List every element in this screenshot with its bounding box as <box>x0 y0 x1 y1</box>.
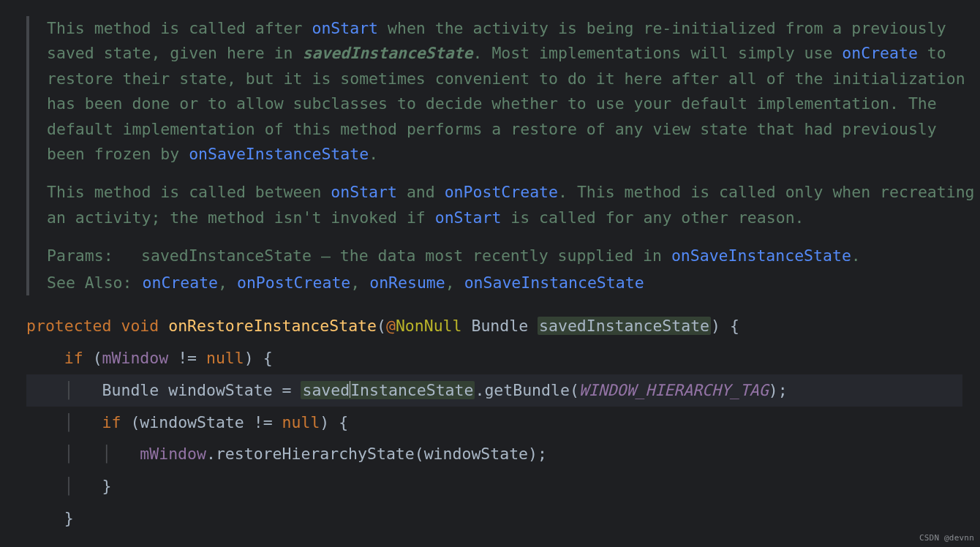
annotation-at: @ <box>386 317 396 335</box>
method-call-restorehierarchystate: .restoreHierarchyState( <box>206 445 424 463</box>
doc-text: . Most implementations will simply use <box>473 44 843 62</box>
param-highlight: savedInstanceState <box>301 381 475 399</box>
doc-text: . <box>851 246 861 265</box>
keyword-if: if <box>64 349 83 367</box>
doc-link-onsaveinstancestate[interactable]: onSaveInstanceState <box>189 145 369 163</box>
doc-text: is called for any other reason. <box>501 208 804 227</box>
param-highlight: savedInstanceState <box>538 317 711 335</box>
text-caret <box>350 381 350 398</box>
code-line: │ if (windowState != null) { <box>26 413 348 431</box>
method-call-getbundle: .getBundle( <box>475 381 578 399</box>
code-line: } <box>26 509 74 527</box>
annotation-nonnull: NonNull <box>396 317 462 335</box>
doc-link-onstart[interactable]: onStart <box>312 19 378 37</box>
javadoc-paragraph-2: This method is called between onStart an… <box>47 180 976 230</box>
watermark: CSDN @devnn <box>919 533 974 543</box>
doc-emphasis-param: savedInstanceState <box>303 44 473 62</box>
keyword-if: if <box>102 413 121 431</box>
doc-text: This method is called after <box>47 19 312 37</box>
doc-link-oncreate[interactable]: onCreate <box>143 274 219 292</box>
type-bundle: Bundle <box>102 381 159 399</box>
editor-root: This method is called after onStart when… <box>0 0 980 547</box>
doc-link-onsaveinstancestate[interactable]: onSaveInstanceState <box>671 246 851 265</box>
field-mwindow: mWindow <box>140 445 206 463</box>
doc-text: – the data most recently supplied in <box>312 246 671 265</box>
doc-text: . <box>369 145 378 163</box>
doc-sep: , <box>350 274 369 292</box>
doc-link-onpostcreate[interactable]: onPostCreate <box>445 183 558 201</box>
doc-text: This method is called between <box>47 183 331 201</box>
field-mwindow: mWindow <box>102 349 169 367</box>
javadoc-params-label: Params: <box>47 244 131 268</box>
keyword-null: null <box>282 413 320 431</box>
constant-window-hierarchy-tag: WINDOW_HIERARCHY_TAG <box>579 381 769 399</box>
code-line: │ │ mWindow.restoreHierarchyState(window… <box>26 445 547 463</box>
doc-sep: , <box>445 274 464 292</box>
code-line-current: │ Bundle windowState = savedInstanceStat… <box>26 374 962 407</box>
javadoc-params-body: savedInstanceState – the data most recen… <box>141 244 976 268</box>
doc-link-onstart[interactable]: onStart <box>331 183 397 201</box>
doc-link-onsaveinstancestate[interactable]: onSaveInstanceState <box>464 274 644 292</box>
local-windowstate: windowState <box>424 445 528 463</box>
javadoc-params-row: Params: savedInstanceState – the data mo… <box>47 244 976 268</box>
javadoc-popup: This method is called after onStart when… <box>26 16 976 295</box>
code-line: protected void onRestoreInstanceState(@N… <box>26 317 739 335</box>
javadoc-paragraph-1: This method is called after onStart when… <box>47 16 976 167</box>
local-windowstate: windowState <box>168 381 272 399</box>
method-name: onRestoreInstanceState <box>168 317 377 335</box>
doc-link-onstart[interactable]: onStart <box>435 208 502 227</box>
javadoc-seealso-body: onCreate, onPostCreate, onResume, onSave… <box>143 271 976 295</box>
type-bundle: Bundle <box>471 317 528 335</box>
javadoc-param-name: savedInstanceState <box>141 246 312 265</box>
code-line: if (mWindow != null) { <box>26 349 273 367</box>
keyword-protected: protected <box>26 317 112 335</box>
javadoc-seealso-label: See Also: <box>47 271 132 295</box>
local-windowstate: windowState <box>140 413 244 431</box>
code-line: │ } <box>26 477 112 495</box>
doc-link-onresume[interactable]: onResume <box>369 274 445 292</box>
code-editor[interactable]: protected void onRestoreInstanceState(@N… <box>26 310 962 535</box>
keyword-null: null <box>206 349 244 367</box>
doc-text: and <box>397 183 445 201</box>
doc-link-onpostcreate[interactable]: onPostCreate <box>237 274 350 292</box>
keyword-void: void <box>121 317 159 335</box>
javadoc-seealso-row: See Also: onCreate, onPostCreate, onResu… <box>47 271 976 295</box>
doc-sep: , <box>218 274 237 292</box>
doc-link-oncreate[interactable]: onCreate <box>842 44 918 62</box>
